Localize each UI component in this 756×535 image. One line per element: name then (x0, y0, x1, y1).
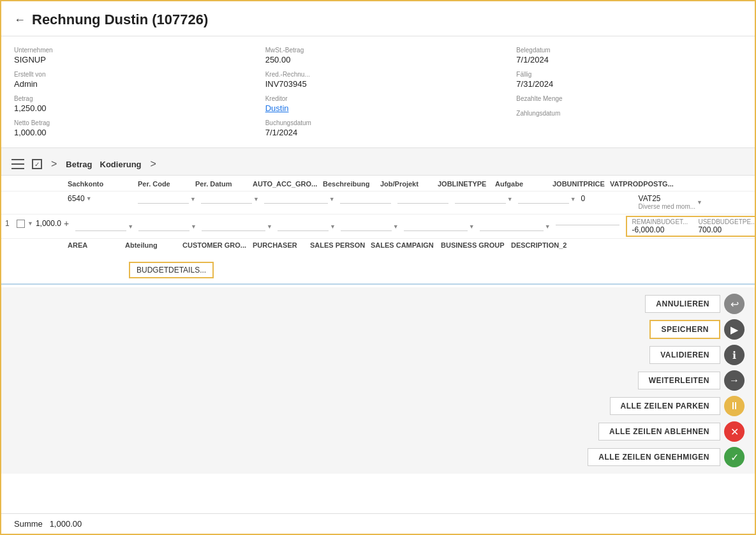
summary-value: 1,000.00 (50, 519, 82, 529)
abteilung-input[interactable] (138, 222, 189, 231)
job-projekt-input[interactable] (397, 194, 448, 204)
weiterleiten-row: WEITERLEITEN → (638, 370, 745, 391)
info-unternehmen: Unternehmen SIGNUP (14, 47, 240, 64)
aufgabe-input[interactable] (518, 194, 569, 204)
weiterleiten-icon[interactable]: → (724, 370, 745, 391)
field-jobunitprice[interactable]: 0 (579, 193, 636, 204)
col2-header-description-2: DESCRIPTION_2 (508, 240, 579, 250)
info-buchungsdatum: Buchungsdatum 7/1/2024 (265, 119, 491, 137)
col-header-aufgabe: Aufgabe (493, 178, 550, 190)
field-sales-campaign[interactable]: ▼ (401, 215, 477, 238)
sales-campaign-input[interactable] (404, 222, 468, 231)
field-per-code[interactable]: ▼ (135, 193, 198, 205)
field-joblinetype[interactable]: ▼ (452, 193, 515, 205)
kodierung-label: Kodierung (100, 160, 142, 169)
alle-zeilen-genehmigen-button[interactable]: ALLE ZEILEN GENEHMIGEN (588, 448, 720, 466)
ablehnen-row: ALLE ZEILEN ABLEHNEN ✕ (598, 421, 745, 442)
field-abteilung[interactable]: ▼ (136, 215, 199, 238)
summary-label: Summe (14, 519, 43, 529)
field-beschreibung[interactable] (337, 193, 395, 205)
col-header-job-projekt: Job/Projekt (378, 178, 435, 190)
field-description-2[interactable] (553, 215, 623, 238)
col-header-per-datum: Per. Datum (193, 178, 250, 190)
col2-header-abteilung: Abteilung (122, 240, 180, 250)
field-sales-person[interactable]: ▼ (338, 215, 401, 238)
col2-header-purchaser: PURCHASER (250, 240, 308, 250)
row-number: 1 (5, 219, 14, 228)
purchaser-input[interactable] (278, 222, 329, 231)
field-business-group[interactable]: ▼ (477, 215, 553, 238)
select-all-checkbox[interactable]: ✓ (32, 159, 42, 169)
col-header-per-code: Per. Code (135, 178, 193, 190)
field-vatprodpostg[interactable]: VAT25 Diverse med mom... ▼ (636, 193, 713, 211)
annulieren-row: ANNULIEREN ↩ (645, 294, 745, 314)
col-header-sachkonto: Sachkonto (65, 178, 135, 190)
field-purchaser[interactable]: ▼ (275, 215, 338, 238)
field-per-datum[interactable]: ▼ (198, 193, 262, 205)
description-2-input[interactable] (556, 216, 619, 225)
genehmigen-row: ALLE ZEILEN GENEHMIGEN ✓ (588, 447, 745, 467)
chevron-left-button[interactable]: > (50, 158, 58, 170)
speichern-button[interactable]: SPEICHERN (649, 320, 720, 339)
speichern-icon[interactable]: ▶ (724, 319, 745, 340)
info-bezahlte-menge: Bezahlte Menge (516, 95, 742, 103)
field-job-projekt[interactable] (395, 193, 452, 205)
business-group-input[interactable] (480, 222, 544, 231)
budget-details-button[interactable]: BUDGETDETAILS... (129, 262, 214, 278)
back-button[interactable]: ← (14, 13, 26, 27)
col-header-vatprodpostg: VATPRODPOSTG... (607, 178, 684, 190)
field-sachkonto[interactable]: 6540 ▼ (65, 193, 135, 204)
table-area: Sachkonto Per. Code Per. Datum AUTO_ACC_… (1, 176, 755, 534)
info-belegdatum: Belegdatum 7/1/2024 (516, 47, 742, 64)
remainbudget-value: -6,000.00 (632, 225, 665, 234)
col-header-beschreibung: Beschreibung (320, 178, 378, 190)
budget-highlight: REMAINBUDGET... -6,000.00 USEDBUDGETPE..… (626, 216, 755, 237)
field-customer-gro[interactable]: ▼ (199, 215, 275, 238)
auto-acc-input[interactable] (264, 194, 328, 204)
info-section: Unternehmen SIGNUP Erstellt von Admin Be… (1, 36, 755, 148)
add-line-button[interactable]: + (64, 218, 69, 229)
usedbudgetpe-value: 700.00 (698, 225, 722, 234)
weiterleiten-button[interactable]: WEITERLEITEN (638, 372, 720, 389)
field-auto-acc[interactable]: ▼ (262, 193, 337, 205)
parken-icon[interactable]: ⏸ (724, 396, 745, 416)
info-erstellt-von: Erstellt von Admin (14, 71, 240, 89)
per-datum-input[interactable] (201, 194, 252, 204)
ablehnen-icon[interactable]: ✕ (724, 421, 745, 442)
field-aufgabe[interactable]: ▼ (515, 193, 579, 205)
annulieren-icon[interactable]: ↩ (724, 294, 745, 314)
speichern-row: SPEICHERN ▶ (649, 319, 745, 340)
info-betrag: Betrag 1,250.00 (14, 95, 240, 113)
row-meta: 1 ▼ 1,000.0 + (1, 215, 73, 232)
alle-zeilen-parken-button[interactable]: ALLE ZEILEN PARKEN (610, 397, 720, 415)
col-header-auto-acc: AUTO_ACC_GRO... (250, 178, 320, 190)
filter-icon[interactable] (11, 159, 24, 169)
field-area[interactable]: ▼ (73, 215, 136, 238)
chevron-right-button[interactable]: > (149, 158, 158, 170)
validieren-icon[interactable]: ℹ (724, 345, 745, 365)
genehmigen-icon[interactable]: ✓ (724, 447, 745, 467)
col2-header-sales-campaign: SALES CAMPAIGN (368, 240, 438, 250)
row-amount: 1,000.0 (36, 219, 61, 228)
betrag-label: Betrag (66, 160, 92, 169)
info-faellig: Fällig 7/31/2024 (516, 71, 742, 89)
beschreibung-input[interactable] (340, 194, 391, 204)
sales-person-input[interactable] (341, 222, 392, 231)
annulieren-button[interactable]: ANNULIEREN (645, 295, 720, 313)
per-code-input[interactable] (138, 194, 189, 204)
page-title: Rechnung Dustin (107726) (32, 11, 208, 28)
info-mwst: MwSt.-Betrag 250.00 (265, 47, 491, 64)
area-input[interactable] (75, 222, 126, 231)
info-netto-betrag: Netto Betrag 1,000.00 (14, 119, 240, 137)
customer-gro-input[interactable] (202, 222, 265, 231)
info-kred-rechnu: Kred.-Rechnu... INV703945 (265, 71, 491, 89)
joblinetype-input[interactable] (455, 194, 506, 204)
col2-header-business-group: BUSINESS GROUP (438, 240, 508, 250)
row-dropdown-arrow[interactable]: ▼ (27, 220, 33, 227)
validieren-row: VALIDIEREN ℹ (649, 345, 745, 365)
validieren-button[interactable]: VALIDIEREN (649, 346, 720, 364)
alle-zeilen-ablehnen-button[interactable]: ALLE ZEILEN ABLEHNEN (598, 423, 720, 441)
summary-bar: Summe 1,000.00 (1, 513, 755, 534)
parken-row: ALLE ZEILEN PARKEN ⏸ (610, 396, 745, 416)
row-checkbox[interactable] (17, 220, 25, 228)
